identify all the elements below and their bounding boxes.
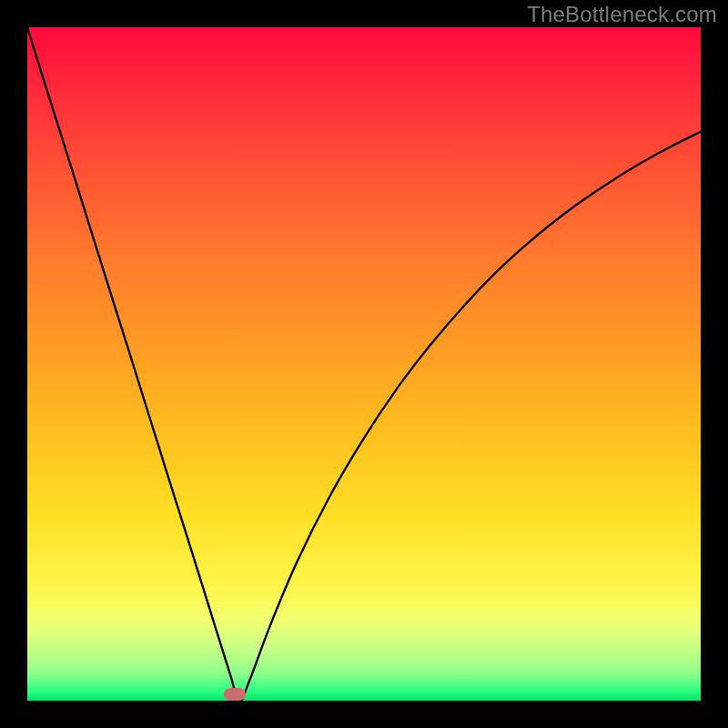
plot-area: [27, 27, 701, 701]
bottleneck-curve: [27, 27, 701, 701]
minimum-marker: [224, 688, 246, 701]
chart-frame: TheBottleneck.com: [0, 0, 728, 728]
watermark-text: TheBottleneck.com: [527, 2, 717, 27]
